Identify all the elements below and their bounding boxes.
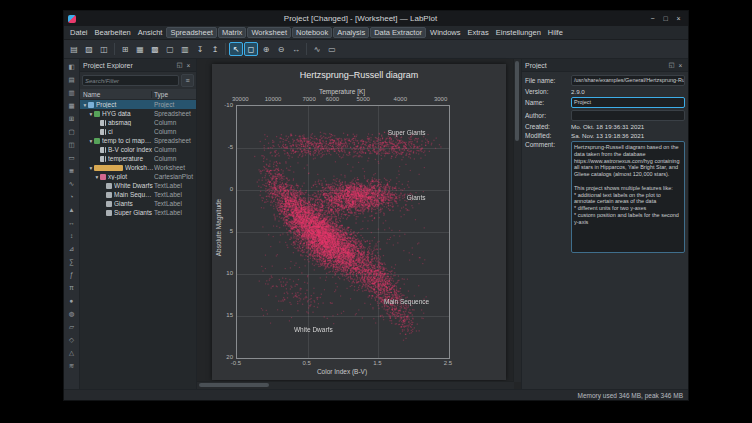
zoom-out-icon[interactable]: ⊖: [274, 42, 288, 56]
horizontal-scrollbar[interactable]: [197, 381, 514, 389]
tree-row-temperature[interactable]: temperatureColumn: [80, 154, 196, 163]
left-toolbar-button-1-icon[interactable]: ◧: [66, 61, 78, 73]
menu-extras[interactable]: Extras: [465, 27, 492, 38]
tree-row-temp-to-ci-mapping[interactable]: ▾temp to ci mappingSpreadsheet: [80, 136, 196, 145]
plot-label-main-sequence[interactable]: Main Sequence: [384, 298, 429, 305]
field-value-author[interactable]: [571, 110, 685, 121]
left-toolbar-button-4-icon[interactable]: ▦: [66, 100, 78, 112]
worksheet-page[interactable]: Hertzsprung–Russell diagram Temperature …: [212, 64, 506, 380]
horizontal-scrollbar-handle[interactable]: [199, 383, 269, 387]
vertical-scrollbar-handle[interactable]: [515, 61, 519, 141]
left-toolbar-button-20-icon[interactable]: ◍: [66, 308, 78, 320]
menu-spreadsheet[interactable]: Spreadsheet: [166, 27, 217, 38]
left-toolbar-button-23-icon[interactable]: △: [66, 347, 78, 359]
tree-row-giants[interactable]: GiantsTextLabel: [80, 199, 196, 208]
new-project-icon[interactable]: ▤: [67, 42, 81, 56]
status-bar: Memory used 346 MB, peak 346 MB: [64, 389, 688, 400]
left-toolbar-button-6-icon[interactable]: ▢: [66, 126, 78, 138]
menu-windows[interactable]: Windows: [427, 27, 463, 38]
minimize-button[interactable]: −: [647, 13, 658, 24]
left-toolbar-button-15-icon[interactable]: ⊿: [66, 243, 78, 255]
plot-label-super-giants[interactable]: Super Giants: [388, 129, 426, 136]
menu-einstellungen[interactable]: Einstellungen: [493, 27, 544, 38]
menu-datei[interactable]: Datei: [67, 27, 91, 38]
menu-analysis[interactable]: Analysis: [333, 27, 369, 38]
new-matrix-icon[interactable]: ▩: [148, 42, 162, 56]
left-toolbar-button-13-icon[interactable]: ↔: [66, 217, 78, 229]
left-toolbar-button-14-icon[interactable]: ↕: [66, 230, 78, 242]
close-dock-icon[interactable]: ×: [676, 62, 685, 69]
tree-row-main-sequence[interactable]: Main SequenceTextLabel: [80, 190, 196, 199]
field-row-modified: Modified:Sa. Nov. 13 19:18:36 2021: [525, 132, 685, 139]
left-toolbar-button-17-icon[interactable]: ƒ: [66, 269, 78, 281]
scatter-canvas[interactable]: [237, 106, 449, 358]
tree-row-b-v-color-index[interactable]: B-V color indexColumn: [80, 145, 196, 154]
left-toolbar-button-22-icon[interactable]: ◇: [66, 334, 78, 346]
left-toolbar-button-7-icon[interactable]: ◫: [66, 139, 78, 151]
filter-options-icon[interactable]: ≡: [181, 74, 194, 87]
tree-row-super-giants[interactable]: Super GiantsTextLabel: [80, 208, 196, 217]
left-toolbar-button-16-icon[interactable]: ∑: [66, 256, 78, 268]
left-toolbar-button-10-icon[interactable]: ∿: [66, 178, 78, 190]
column-header-name[interactable]: Name: [80, 91, 152, 98]
maximize-button[interactable]: □: [660, 13, 671, 24]
left-toolbar-button-3-icon[interactable]: ▥: [66, 87, 78, 99]
float-panel-icon[interactable]: ◱: [175, 61, 184, 69]
menu-notebook[interactable]: Notebook: [292, 27, 332, 38]
zoom-in-icon[interactable]: ⊕: [259, 42, 273, 56]
close-button[interactable]: ×: [673, 13, 684, 24]
zoom-fit-icon[interactable]: ↔: [289, 42, 303, 56]
tree-row-absmag[interactable]: absmagColumn: [80, 118, 196, 127]
left-toolbar-button-21-icon[interactable]: ▱: [66, 321, 78, 333]
close-panel-icon[interactable]: ×: [184, 62, 193, 69]
zoom-select-mode-icon[interactable]: ◻: [244, 42, 258, 56]
vertical-scrollbar[interactable]: [513, 59, 521, 382]
tree-row-white-dwarfs[interactable]: White DwarfsTextLabel: [80, 181, 196, 190]
menu-ansicht[interactable]: Ansicht: [135, 27, 166, 38]
plot-area[interactable]: Super GiantsGiantsMain SequenceWhite Dwa…: [236, 105, 450, 359]
tree-row-hyg-data[interactable]: ▾HYG dataSpreadsheet: [80, 109, 196, 118]
left-toolbar-button-8-icon[interactable]: ▭: [66, 152, 78, 164]
new-workbook-icon[interactable]: ⊞: [118, 42, 132, 56]
screen: Project [Changed] - [Worksheet] — LabPlo…: [0, 0, 752, 423]
search-input[interactable]: [82, 75, 179, 86]
new-spreadsheet-icon[interactable]: ▦: [133, 42, 147, 56]
add-curve-icon[interactable]: ∿: [310, 42, 324, 56]
title-bar[interactable]: Project [Changed] - [Worksheet] — LabPlo…: [64, 11, 688, 26]
left-toolbar-button-11-icon[interactable]: ◔: [66, 191, 78, 203]
menu-worksheet[interactable]: Worksheet: [247, 27, 291, 38]
left-toolbar-button-12-icon[interactable]: ▲: [66, 204, 78, 216]
tree-row-ci[interactable]: ciColumn: [80, 127, 196, 136]
save-project-icon[interactable]: ◫: [97, 42, 111, 56]
menu-hilfe[interactable]: Hilfe: [545, 27, 566, 38]
open-project-icon[interactable]: ▨: [82, 42, 96, 56]
new-notebook-icon[interactable]: ▥: [178, 42, 192, 56]
menu-data-extractor[interactable]: Data Extractor: [370, 27, 426, 38]
plot-label-giants[interactable]: Giants: [407, 193, 426, 200]
new-worksheet-icon[interactable]: ▢: [163, 42, 177, 56]
column-icon: [100, 147, 106, 153]
properties-form: File name:/usr/share/examples/General/He…: [522, 72, 688, 389]
left-toolbar-button-18-icon[interactable]: π: [66, 282, 78, 294]
tree-row-worksheet[interactable]: ▾WorksheetWorksheet: [80, 163, 196, 172]
tree-row-xy-plot[interactable]: ▾xy-plotCartesianPlot: [80, 172, 196, 181]
plot-label-white-dwarfs[interactable]: White Dwarfs: [294, 326, 333, 333]
add-legend-icon[interactable]: ▭: [325, 42, 339, 56]
export-data-icon[interactable]: ↥: [208, 42, 222, 56]
float-dock-icon[interactable]: ◱: [667, 61, 676, 69]
left-toolbar-button-9-icon[interactable]: ≣: [66, 165, 78, 177]
select-mode-icon[interactable]: ↖: [229, 42, 243, 56]
field-value-name[interactable]: Project: [571, 97, 685, 108]
import-data-icon[interactable]: ↧: [193, 42, 207, 56]
field-value-comment[interactable]: Hertzsprung-Russell diagram based on the…: [571, 141, 685, 253]
left-toolbar-button-24-icon[interactable]: ≋: [66, 360, 78, 372]
left-toolbar-button-5-icon[interactable]: ⊞: [66, 113, 78, 125]
menu-bearbeiten[interactable]: Bearbeiten: [92, 27, 134, 38]
left-toolbar-button-19-icon[interactable]: ●: [66, 295, 78, 307]
column-header-type[interactable]: Type: [152, 91, 196, 98]
left-toolbar-button-2-icon[interactable]: ▤: [66, 74, 78, 86]
worksheet-view[interactable]: Hertzsprung–Russell diagram Temperature …: [197, 59, 521, 389]
tree-row-project[interactable]: ▾ProjectProject: [80, 100, 196, 109]
field-value-created: Mo. Okt. 18 19:36:31 2021: [571, 123, 685, 130]
menu-matrix[interactable]: Matrix: [218, 27, 246, 38]
